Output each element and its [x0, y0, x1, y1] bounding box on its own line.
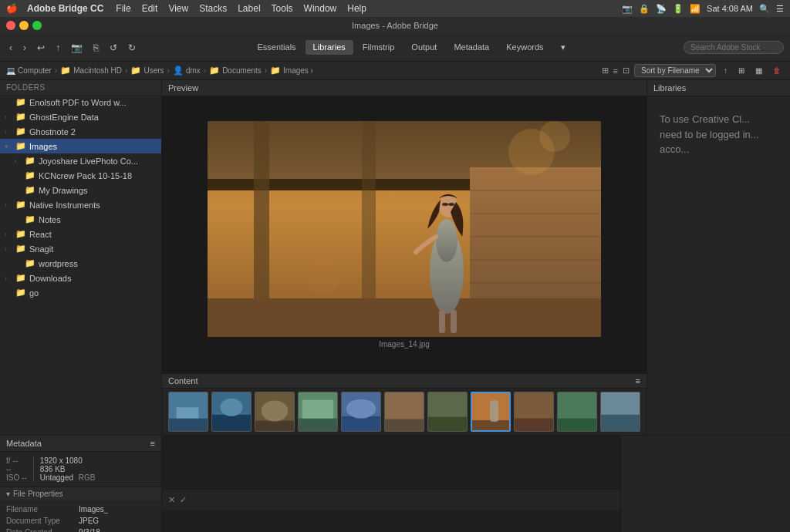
folder-item-native[interactable]: › 📁 Native Instruments	[0, 197, 161, 212]
view-toggle-icon[interactable]: ≡	[613, 66, 618, 76]
svg-rect-16	[451, 310, 457, 333]
menu-help[interactable]: Help	[347, 3, 366, 14]
menu-label[interactable]: Label	[238, 3, 260, 14]
camera2-button[interactable]: 📷	[68, 41, 86, 55]
tab-essentials[interactable]: Essentials	[249, 40, 303, 55]
resolution-value: 1920 x 1080	[40, 456, 96, 465]
thumb-image-4	[299, 392, 337, 432]
svg-point-21	[539, 121, 570, 152]
folder-item-ghostnote[interactable]: › 📁 Ghostnote 2	[0, 124, 161, 139]
up-button[interactable]: ↑	[52, 41, 63, 55]
menu-view[interactable]: View	[168, 3, 188, 14]
breadcrumb-images[interactable]: 📁 Images ›	[270, 66, 313, 76]
folder-item-ghostengine[interactable]: › 📁 GhostEngine Data	[0, 109, 161, 124]
search-menu-icon[interactable]: 🔍	[759, 4, 770, 14]
close-button[interactable]	[6, 21, 15, 30]
menu-file[interactable]: File	[116, 3, 130, 14]
thumbnail-7[interactable]	[427, 392, 468, 432]
folder-item-wordpress[interactable]: 📁 wordpress	[0, 256, 161, 271]
filmstrip-title: Content	[168, 376, 198, 386]
view-options-button[interactable]: ⊞	[735, 65, 748, 76]
thumbnail-9[interactable]	[514, 392, 554, 432]
folder-item-snagit[interactable]: › 📁 Snagit	[0, 241, 161, 256]
edit-actions-bar: ✕ ✓	[162, 489, 620, 510]
breadcrumb-users[interactable]: 📁 Users	[130, 66, 164, 76]
filmstrip-menu-icon[interactable]: ≡	[636, 376, 640, 386]
menu-extra-icon[interactable]: ☰	[776, 4, 784, 14]
thumbnail-5[interactable]	[341, 392, 381, 432]
thumb-image-10	[558, 392, 596, 432]
rotate-left-button[interactable]: ↺	[106, 41, 120, 55]
forward-button[interactable]: ›	[20, 41, 29, 55]
folder-item-joyoshare[interactable]: › 📁 Joyoshare LivePhoto Co...	[0, 153, 161, 168]
thumb-image-8	[472, 392, 509, 432]
grid-view-button[interactable]: ▦	[752, 65, 765, 76]
tab-more[interactable]: ▾	[553, 40, 573, 55]
thumbnail-8[interactable]	[471, 392, 511, 432]
metadata-menu-icon[interactable]: ≡	[150, 439, 155, 448]
thumbnails-row	[162, 389, 647, 435]
breadcrumb-computer[interactable]: 💻 Computer	[6, 66, 52, 75]
delete-button[interactable]: 🗑	[770, 65, 784, 76]
folder-item-kcncrew[interactable]: 📁 KCNcrew Pack 10-15-18	[0, 168, 161, 183]
menu-tools[interactable]: Tools	[272, 3, 293, 14]
folder-item-images[interactable]: ▾ 📁 Images	[0, 139, 161, 153]
apple-menu-icon[interactable]: 🍎	[6, 3, 18, 14]
rotate-right-button[interactable]: ↻	[125, 41, 139, 55]
history-button[interactable]: ↩	[34, 41, 48, 55]
file-properties-header[interactable]: ▾ File Properties	[0, 487, 161, 500]
thumbnail-11[interactable]	[600, 392, 640, 432]
back-button[interactable]: ‹	[6, 41, 15, 55]
breadcrumb-bar: 💻 Computer › 📁 Macintosh HD › 📁 Users › …	[0, 62, 790, 80]
datecreated-value: 9/3/18,	[79, 528, 103, 532]
folder-icon: 📁	[25, 258, 35, 268]
folder-icon: 📁	[15, 126, 26, 136]
folder-item-go[interactable]: 📁 go	[0, 285, 161, 300]
thumb-image-11	[601, 392, 640, 432]
folder-item-react[interactable]: › 📁 React	[0, 227, 161, 241]
breadcrumb-macintosh[interactable]: 📁 Macintosh HD	[60, 66, 122, 76]
folder-item-enolsoft[interactable]: 📁 Enolsoft PDF to Word w...	[0, 95, 161, 109]
metadata-icons: f/ -- -- ISO --	[6, 456, 27, 482]
folder-item-downloads[interactable]: › 📁 Downloads	[0, 271, 161, 285]
tab-libraries[interactable]: Libraries	[306, 40, 353, 55]
expand-arrow-icon: ›	[14, 157, 22, 165]
folder-item-notes[interactable]: 📁 Notes	[0, 212, 161, 227]
menu-window[interactable]: Window	[304, 3, 337, 14]
folder-item-mydrawings[interactable]: 📁 My Drawings	[0, 183, 161, 197]
copy-button[interactable]: ⎘	[90, 41, 102, 55]
computer-icon: 💻	[6, 66, 15, 75]
search-input[interactable]	[684, 41, 784, 54]
tab-keywords[interactable]: Keywords	[498, 40, 551, 55]
tab-metadata[interactable]: Metadata	[446, 40, 497, 55]
sort-asc-button[interactable]: ↑	[721, 65, 731, 76]
iso-label: ISO --	[6, 473, 27, 482]
minimize-button[interactable]	[19, 21, 29, 30]
breadcrumb-dmx[interactable]: 👤 dmx	[173, 66, 201, 76]
thumbnail-4[interactable]	[298, 392, 338, 432]
content-area: Preview	[162, 80, 647, 435]
menu-items: File Edit View Stacks Label Tools Window…	[116, 3, 366, 14]
tab-output[interactable]: Output	[403, 40, 444, 55]
menu-stacks[interactable]: Stacks	[199, 3, 227, 14]
thumbnail-3[interactable]	[255, 392, 295, 432]
thumbnail-2[interactable]	[211, 392, 252, 432]
tab-filmstrip[interactable]: Filmstrip	[355, 40, 403, 55]
filter-icon[interactable]: ⊞	[602, 66, 609, 76]
thumbnail-1[interactable]	[168, 392, 208, 432]
menu-edit[interactable]: Edit	[142, 3, 158, 14]
thumbnail-6[interactable]	[384, 392, 424, 432]
thumb-image-3	[255, 392, 294, 432]
sort-select[interactable]: Sort by Filename Sort by Date Sort by Si…	[634, 64, 716, 77]
battery-icon: 🔋	[673, 4, 684, 14]
svg-rect-33	[299, 419, 337, 431]
folder-label: Downloads	[29, 274, 71, 283]
svg-rect-48	[558, 419, 596, 431]
filter2-icon[interactable]: ⊡	[623, 66, 630, 76]
delete-action-button[interactable]: ✕	[168, 495, 175, 505]
wifi-icon: 📶	[690, 4, 701, 14]
maximize-button[interactable]	[32, 21, 42, 30]
thumbnail-10[interactable]	[557, 392, 597, 432]
breadcrumb-documents[interactable]: 📁 Documents	[209, 66, 262, 76]
confirm-action-button[interactable]: ✓	[180, 495, 187, 505]
